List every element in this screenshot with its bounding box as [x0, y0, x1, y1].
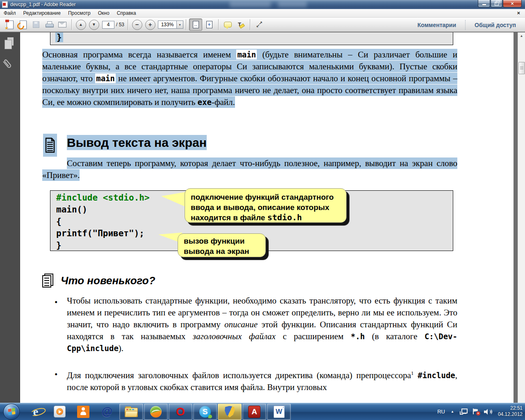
taskbar-item-internet-explorer[interactable]: e: [24, 404, 47, 420]
taskbar-item-media-player[interactable]: [48, 404, 71, 420]
restore-button[interactable]: [491, 0, 502, 7]
zoom-out-button[interactable]: −: [131, 19, 143, 30]
toolbar-separator: [218, 19, 219, 30]
background-window-blur: [278, 1, 307, 7]
next-page-button[interactable]: ▼: [88, 19, 100, 30]
folder-icon: [125, 406, 138, 417]
add-comment-button[interactable]: [221, 19, 234, 30]
save-button[interactable]: [30, 19, 42, 30]
toolbar-right-panel: Комментарии Общий доступ: [409, 18, 525, 32]
print-button[interactable]: [43, 19, 55, 30]
taskbar-item-uac-prompt[interactable]: [218, 404, 242, 420]
fit-page-button[interactable]: +: [203, 19, 215, 30]
toolbar-separator: [186, 19, 186, 30]
document-page: } Основная программа всегда называется и…: [20, 32, 514, 403]
system-tray: RU ▲ × 22:51 04.12.2012: [437, 403, 523, 420]
internet-explorer-icon: e: [33, 405, 38, 418]
zoom-dropdown-button[interactable]: ▼: [177, 21, 183, 29]
print-icon: [46, 21, 53, 28]
taskbar-item-word[interactable]: W: [267, 404, 291, 420]
email-icon: [58, 22, 66, 27]
volume-icon[interactable]: [484, 409, 491, 415]
attachments-button[interactable]: [0, 57, 16, 73]
restore-icon: [495, 2, 499, 6]
scroll-up-icon: ▲: [520, 34, 523, 38]
window-title: devcpp_1.pdf - Adobe Reader: [10, 2, 75, 7]
zoom-in-icon: +: [145, 20, 155, 30]
menu-bar: Файл Редактирование Просмотр Окно Справк…: [0, 9, 525, 18]
toolbar-separator: [250, 19, 250, 30]
document-area: } Основная программа всегда называется и…: [0, 32, 525, 403]
inline-code-exe: exe: [198, 98, 212, 107]
code-line: }: [55, 32, 63, 42]
bullet-item-include: Для подключения заголовочных файлов испо…: [67, 367, 457, 393]
footnote-marker: 1: [411, 370, 414, 376]
show-hidden-icons-button[interactable]: ▲: [451, 410, 454, 413]
background-window-blur: [230, 1, 271, 7]
windows-logo-icon: [8, 408, 15, 415]
taskbar-item-sphere-app[interactable]: [144, 404, 168, 420]
paragraph-intro: Составим теперь программу, которая делае…: [42, 158, 457, 181]
menu-window[interactable]: Окно: [94, 9, 113, 17]
code-block-remnant: }: [50, 32, 453, 45]
inline-code-include: #include: [418, 371, 455, 380]
mail-at-icon: @: [102, 405, 112, 418]
paragraph-main-description: Основная программа всегда называется име…: [42, 49, 457, 108]
bullet-marker: •: [55, 370, 57, 380]
scrolling-mode-button[interactable]: ↔: [189, 18, 202, 31]
whats-new-heading: Что новенького?: [61, 274, 155, 287]
previous-page-button[interactable]: ▲: [75, 19, 87, 30]
comment-bubble-icon: [224, 22, 232, 27]
menu-edit[interactable]: Редактирование: [20, 9, 64, 17]
inline-code-main: main: [236, 50, 257, 59]
email-button[interactable]: [56, 19, 68, 30]
taskbar-item-adobe-reader[interactable]: A: [242, 404, 266, 420]
fullscreen-button[interactable]: ↗↙: [253, 19, 265, 30]
taskbar-item-opera[interactable]: O: [169, 404, 192, 420]
odnoklassniki-icon: [77, 406, 89, 418]
network-icon[interactable]: [460, 409, 468, 415]
page-number-input[interactable]: [102, 21, 114, 29]
start-button[interactable]: [3, 404, 20, 420]
share-panel-button[interactable]: Общий доступ: [466, 20, 525, 30]
zoom-level-combo[interactable]: 133% ▼: [158, 21, 183, 29]
taskbar-item-mail-ru[interactable]: @: [96, 404, 119, 420]
green-orange-sphere-icon: [150, 406, 162, 418]
word-icon: W: [274, 406, 285, 418]
menu-help[interactable]: Справка: [113, 9, 140, 17]
close-button[interactable]: ×: [503, 0, 522, 7]
close-document-icon[interactable]: ×: [517, 10, 520, 16]
section-heading: Вывод текста на экран: [67, 136, 207, 150]
taskbar-item-explorer[interactable]: [119, 404, 143, 420]
bullet-item-functions: Чтобы использовать стандартные функции, …: [67, 295, 457, 354]
page-thumbnails-button[interactable]: [5, 37, 15, 50]
action-center-flag-icon[interactable]: ×: [472, 409, 479, 415]
tray-date: 04.12.2012: [498, 411, 523, 418]
section-stack-icon: [42, 274, 55, 288]
highlight-text-button[interactable]: Т: [235, 19, 247, 30]
tray-clock[interactable]: 22:51 04.12.2012: [498, 405, 523, 418]
scrollbar-thumb[interactable]: [518, 62, 525, 74]
convert-pdf-button[interactable]: [17, 19, 29, 30]
callout-include-note: подключение функций стандартного ввода и…: [185, 188, 347, 223]
page-thumbnails-icon: [5, 40, 12, 49]
open-file-icon: ★: [7, 21, 14, 29]
taskbar-item-odnoklassniki[interactable]: [72, 404, 95, 420]
vertical-scrollbar[interactable]: ▲: [518, 32, 525, 403]
title-bar: devcpp_1.pdf - Adobe Reader ×: [0, 0, 525, 9]
opera-icon: O: [176, 405, 185, 418]
menu-file[interactable]: Файл: [0, 9, 20, 17]
scroll-up-button[interactable]: ▲: [518, 32, 525, 39]
language-indicator[interactable]: RU: [437, 409, 445, 415]
menu-view[interactable]: Просмотр: [64, 9, 94, 17]
open-file-button[interactable]: ★: [4, 19, 16, 30]
chevron-down-icon: ▼: [178, 23, 181, 26]
next-page-icon: ▼: [89, 20, 99, 30]
minimize-button[interactable]: [478, 0, 490, 7]
comments-panel-button[interactable]: Комментарии: [409, 20, 466, 30]
skype-icon: S: [199, 406, 211, 418]
inline-code-main: main: [95, 73, 116, 83]
zoom-in-button[interactable]: +: [144, 19, 156, 30]
highlight-text-icon: Т: [237, 21, 244, 28]
taskbar-item-skype[interactable]: S: [193, 404, 217, 420]
